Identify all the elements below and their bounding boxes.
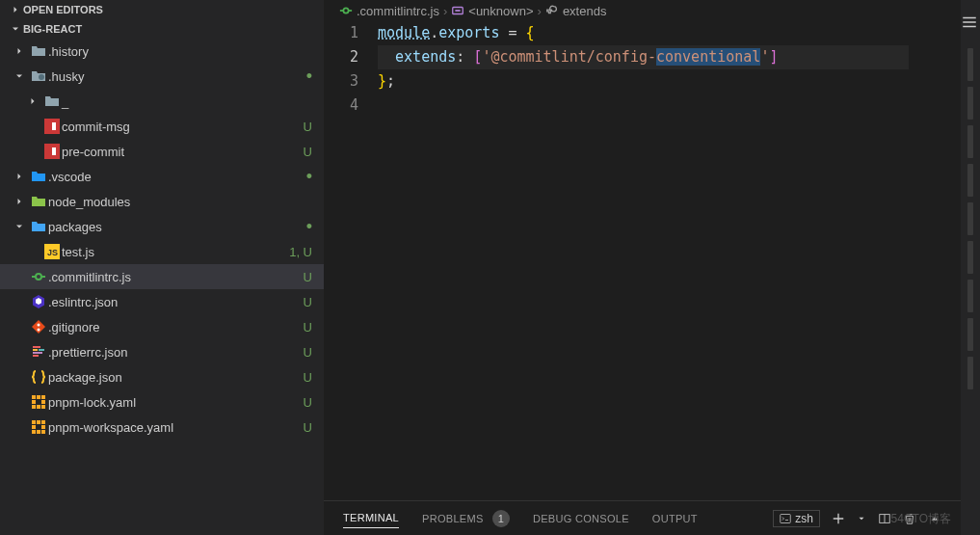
folder-ico-icon — [42, 94, 62, 109]
tree-label: .eslintrc.json — [48, 295, 300, 309]
svg-rect-29 — [41, 425, 45, 429]
svg-rect-19 — [41, 395, 45, 399]
svg-text:JS: JS — [47, 248, 58, 257]
file-item[interactable]: .prettierrc.jsonU — [0, 339, 324, 364]
file-json-icon — [29, 369, 48, 385]
file-icon — [339, 4, 353, 17]
sidebar-slot[interactable] — [967, 357, 973, 389]
tree-label: package.json — [48, 370, 300, 385]
tree-label: pre-commit — [62, 145, 300, 159]
file-item[interactable]: package.jsonU — [0, 364, 324, 389]
sidebar-slot[interactable] — [967, 202, 973, 235]
code-line: }; — [378, 69, 909, 94]
svg-rect-24 — [41, 405, 45, 409]
chevron-right-icon — [8, 4, 23, 15]
file-item[interactable]: .commitlintrc.jsU — [0, 264, 324, 289]
folder-node-icon — [29, 194, 48, 209]
line-number: 1 — [324, 21, 358, 45]
folder-item[interactable]: .husky• — [0, 64, 324, 89]
folder-pkg-icon — [29, 219, 48, 234]
sidebar-slot[interactable] — [967, 87, 973, 120]
sidebar-slot[interactable] — [967, 164, 973, 197]
scrollbar-vertical[interactable] — [947, 21, 961, 500]
svg-rect-15 — [33, 352, 42, 354]
file-item[interactable]: .gitignoreU — [0, 314, 324, 339]
svg-point-10 — [38, 324, 40, 327]
folder-ico-icon — [29, 43, 48, 59]
terminal-dropdown-icon[interactable] — [857, 514, 866, 523]
file-npm-icon — [42, 144, 62, 159]
sidebar-slot[interactable] — [967, 280, 973, 312]
chevron-icon — [13, 196, 29, 207]
svg-rect-17 — [32, 395, 36, 399]
sidebar-slot[interactable] — [967, 125, 973, 158]
file-item[interactable]: pnpm-lock.yamlU — [0, 389, 324, 415]
tree-label: .history — [48, 44, 312, 59]
tab-output[interactable]: OUTPUT — [652, 513, 698, 524]
breadcrumb-separator: › — [443, 4, 447, 18]
git-status-badge: U — [304, 145, 312, 159]
folder-item[interactable]: _ — [0, 89, 324, 114]
modified-dot-icon: • — [306, 218, 312, 235]
code-editor[interactable]: 1 2 3 4 module.exports = { extends: ['@c… — [324, 21, 961, 500]
file-item[interactable]: pre-commitU — [0, 139, 324, 164]
tree-label: .vscode — [48, 170, 306, 184]
tree-label: commit-msg — [62, 120, 300, 134]
breadcrumb-item[interactable]: .commitlintrc.js — [357, 4, 439, 18]
section-big-react[interactable]: BIG-REACT — [0, 19, 324, 39]
folder-item[interactable]: .vscode• — [0, 164, 324, 189]
sidebar-slot[interactable] — [967, 318, 973, 351]
sidebar-slot[interactable] — [967, 241, 973, 274]
svg-rect-20 — [32, 400, 36, 404]
breadcrumb[interactable]: .commitlintrc.js › <unknown> › extends — [324, 0, 961, 21]
git-status-badge: U — [304, 345, 312, 360]
svg-rect-14 — [39, 349, 44, 351]
folder-item[interactable]: packages• — [0, 214, 324, 239]
folder-item[interactable]: .history — [0, 39, 324, 64]
svg-rect-38 — [781, 514, 791, 522]
file-prettier-icon — [29, 344, 48, 360]
git-status-badge: U — [304, 320, 312, 334]
svg-rect-22 — [32, 405, 36, 409]
terminal-selector[interactable]: zsh — [773, 510, 820, 527]
file-item[interactable]: pnpm-workspace.yamlU — [0, 415, 324, 440]
svg-rect-32 — [41, 430, 45, 434]
folder-vscode-icon — [29, 169, 48, 184]
code-line: extends: ['@commitlint/config-convention… — [378, 45, 909, 69]
breadcrumb-item[interactable]: extends — [563, 4, 607, 18]
terminal-icon — [780, 513, 791, 524]
tab-problems[interactable]: PROBLEMS 1 — [422, 510, 510, 527]
folder-item[interactable]: node_modules — [0, 189, 324, 214]
file-pnpm-icon — [29, 419, 48, 435]
menu-icon[interactable] — [961, 13, 980, 33]
tab-terminal[interactable]: TERMINAL — [343, 512, 399, 528]
git-status-badge: U — [304, 395, 312, 410]
tree-label: packages — [48, 220, 306, 234]
section-label: BIG-REACT — [23, 23, 82, 35]
file-js-icon: JS — [42, 244, 62, 259]
git-status-badge: 1, U — [289, 245, 312, 259]
file-pnpm-icon — [29, 394, 48, 410]
svg-rect-2 — [52, 122, 56, 130]
file-item[interactable]: JStest.js1, U — [0, 239, 324, 264]
tree-label: test.js — [62, 245, 285, 259]
sidebar-slot[interactable] — [967, 48, 973, 81]
tree-label: pnpm-workspace.yaml — [48, 420, 300, 435]
tab-debug-console[interactable]: DEBUG CONSOLE — [533, 513, 629, 524]
right-sidebar — [961, 0, 980, 535]
svg-rect-25 — [32, 420, 36, 424]
tree-label: .gitignore — [48, 320, 300, 334]
new-terminal-icon[interactable] — [832, 512, 845, 525]
file-item[interactable]: .eslintrc.jsonU — [0, 289, 324, 314]
chevron-icon — [13, 45, 29, 57]
breadcrumb-item[interactable]: <unknown> — [468, 4, 533, 18]
section-label: OPEN EDITORS — [23, 4, 103, 15]
file-npm-icon — [42, 119, 62, 134]
minimap[interactable] — [909, 21, 947, 500]
svg-rect-12 — [33, 346, 40, 348]
split-terminal-icon[interactable] — [878, 512, 891, 525]
svg-rect-13 — [33, 349, 38, 351]
file-item[interactable]: commit-msgU — [0, 114, 324, 139]
code-content[interactable]: module.exports = { extends: ['@commitlin… — [378, 21, 909, 500]
section-open-editors[interactable]: OPEN EDITORS — [0, 0, 324, 19]
